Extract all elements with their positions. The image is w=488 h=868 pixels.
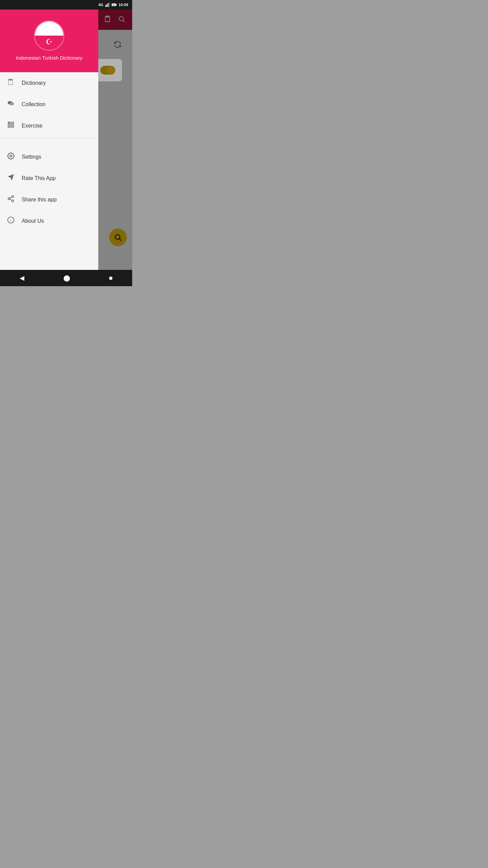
status-bar-right: 4G 10:09 <box>98 2 128 7</box>
svg-rect-29 <box>109 2 109 7</box>
svg-rect-12 <box>8 124 14 125</box>
svg-point-18 <box>12 196 14 198</box>
drawer-item-share[interactable]: Share this app <box>0 189 98 210</box>
signal-bars-icon <box>105 2 110 7</box>
svg-rect-28 <box>107 3 108 7</box>
flag-bottom: ☪ <box>35 36 63 50</box>
home-button[interactable]: ⬤ <box>61 272 73 284</box>
svg-line-21 <box>10 199 12 200</box>
svg-rect-31 <box>116 4 117 5</box>
flag-top <box>35 21 63 36</box>
status-bar: 4G 10:09 <box>0 0 132 9</box>
drawer-title: Indonesian Turkish Dictionary <box>16 54 83 61</box>
back-button[interactable]: ◀ <box>17 272 27 284</box>
share-icon <box>7 195 15 204</box>
list-icon <box>7 121 15 130</box>
svg-point-15 <box>10 155 12 157</box>
collection-label: Collection <box>22 101 45 107</box>
clock: 10:09 <box>119 3 128 7</box>
about-label: About Us <box>22 218 44 224</box>
svg-rect-13 <box>8 126 14 128</box>
drawer-header: ☪ Indonesian Turkish Dictionary <box>0 9 98 72</box>
battery-icon <box>111 2 117 7</box>
navigation-drawer: ☪ Indonesian Turkish Dictionary Dictiona… <box>0 9 98 270</box>
svg-point-20 <box>12 200 14 202</box>
recents-button[interactable]: ■ <box>106 272 116 284</box>
drawer-item-exercise[interactable]: Exercise <box>0 115 98 136</box>
send-icon <box>7 174 15 183</box>
drawer-body: Dictionary Collection Exer <box>0 72 98 270</box>
drawer-item-collection[interactable]: Collection <box>0 94 98 115</box>
chat-icon <box>7 100 15 109</box>
drawer-item-about[interactable]: About Us <box>0 210 98 232</box>
svg-line-22 <box>10 197 12 198</box>
info-icon <box>7 216 15 225</box>
settings-label: Settings <box>22 154 41 160</box>
exercise-label: Exercise <box>22 123 42 129</box>
drawer-divider <box>0 138 98 138</box>
svg-point-10 <box>9 102 14 105</box>
svg-rect-8 <box>9 79 13 81</box>
drawer-item-dictionary[interactable]: Dictionary <box>0 72 98 94</box>
book-icon <box>7 78 15 87</box>
drawer-item-settings[interactable]: Settings <box>0 146 98 167</box>
flag-circle: ☪ <box>34 20 64 51</box>
svg-rect-26 <box>105 5 106 7</box>
share-label: Share this app <box>22 197 57 203</box>
bottom-nav: ◀ ⬤ ■ <box>0 270 132 286</box>
svg-rect-27 <box>106 4 107 7</box>
gear-icon <box>7 152 15 161</box>
rate-label: Rate This App <box>22 175 56 181</box>
dictionary-label: Dictionary <box>22 80 46 86</box>
crescent-star-icon: ☪ <box>46 38 53 46</box>
svg-point-19 <box>8 198 10 200</box>
drawer-item-rate[interactable]: Rate This App <box>0 167 98 189</box>
signal-indicator: 4G <box>98 3 103 7</box>
